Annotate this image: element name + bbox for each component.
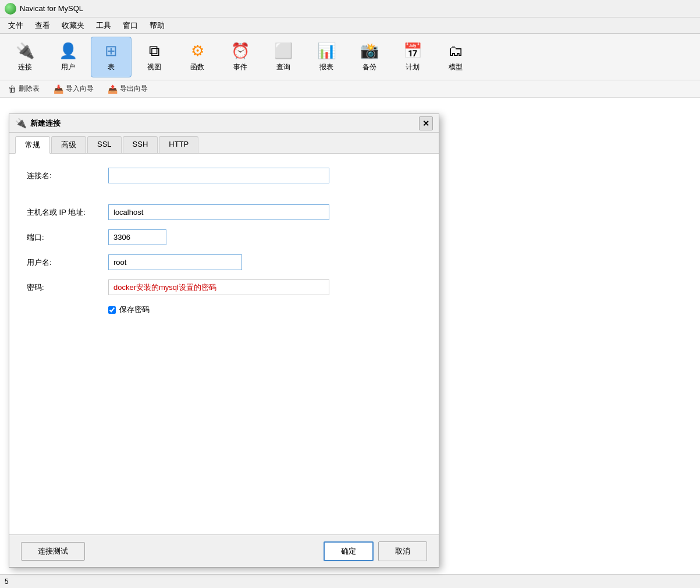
toolbar-user-label: 用户 xyxy=(61,62,75,72)
toolbar-report-label: 报表 xyxy=(319,62,333,72)
toolbar-schedule[interactable]: 计划 xyxy=(392,37,433,77)
toolbar-table-label: 表 xyxy=(108,62,115,72)
port-input[interactable] xyxy=(108,229,166,245)
model-icon xyxy=(448,41,463,60)
tab-http[interactable]: HTTP xyxy=(159,136,198,153)
query-icon xyxy=(274,41,293,60)
host-row: 主机名或 IP 地址: xyxy=(27,204,421,220)
user-icon xyxy=(59,41,77,60)
toolbar-event-label: 事件 xyxy=(233,62,247,72)
status-text: 5 xyxy=(5,578,9,586)
delete-table-label: 删除表 xyxy=(19,84,40,94)
tab-ssh[interactable]: SSH xyxy=(123,136,158,153)
tab-advanced[interactable]: 高级 xyxy=(51,136,86,153)
new-connection-dialog: 新建连接 ✕ 常规 高级 SSL SSH HTTP 连接名: 主机名或 IP 地… xyxy=(9,114,439,568)
username-input[interactable] xyxy=(108,254,242,270)
toolbar-table[interactable]: 表 xyxy=(91,37,132,77)
dialog-title-bar: 新建连接 ✕ xyxy=(9,114,439,133)
toolbar-model-label: 模型 xyxy=(449,62,463,72)
save-password-label[interactable]: 保存密码 xyxy=(119,304,150,315)
schedule-icon xyxy=(403,41,422,60)
host-input[interactable] xyxy=(108,204,329,220)
delete-icon xyxy=(8,84,16,94)
toolbar-connect[interactable]: 连接 xyxy=(5,37,45,77)
password-label: 密码: xyxy=(27,282,108,293)
cancel-button[interactable]: 取消 xyxy=(378,541,427,561)
connection-name-label: 连接名: xyxy=(27,171,108,181)
menu-bar: 文件 查看 收藏夹 工具 窗口 帮助 xyxy=(0,17,700,34)
ok-button[interactable]: 确定 xyxy=(324,541,374,561)
dialog-close-button[interactable]: ✕ xyxy=(419,116,433,130)
toolbar-report[interactable]: 报表 xyxy=(306,37,347,77)
toolbar-model[interactable]: 模型 xyxy=(435,37,476,77)
toolbar-function-label: 函数 xyxy=(190,62,204,72)
table-icon xyxy=(105,41,118,60)
tab-ssl[interactable]: SSL xyxy=(87,136,122,153)
dialog-footer: 连接测试 确定 取消 xyxy=(9,534,439,567)
title-bar: Navicat for MySQL xyxy=(0,0,700,17)
menu-file[interactable]: 文件 xyxy=(2,18,29,33)
password-row: 密码: xyxy=(27,279,421,295)
delete-table-btn[interactable]: 删除表 xyxy=(5,83,43,95)
port-row: 端口: xyxy=(27,229,421,245)
port-label: 端口: xyxy=(27,232,108,243)
password-input[interactable] xyxy=(108,279,329,295)
save-password-row: 保存密码 xyxy=(27,304,421,315)
toolbar-connect-label: 连接 xyxy=(18,62,32,72)
menu-tools[interactable]: 工具 xyxy=(90,18,117,33)
menu-favorites[interactable]: 收藏夹 xyxy=(56,18,90,33)
connection-name-input[interactable] xyxy=(108,168,329,183)
toolbar-view-label: 视图 xyxy=(147,62,161,72)
toolbar-schedule-label: 计划 xyxy=(406,62,420,72)
toolbar-backup-label: 备份 xyxy=(363,62,376,72)
backup-icon xyxy=(360,41,379,60)
username-row: 用户名: xyxy=(27,254,421,270)
host-label: 主机名或 IP 地址: xyxy=(27,207,108,218)
username-label: 用户名: xyxy=(27,257,108,268)
dialog-body: 连接名: 主机名或 IP 地址: 端口: 用户名: 密码: 保存密码 xyxy=(9,154,439,534)
app-icon xyxy=(5,3,16,15)
function-icon xyxy=(191,41,204,60)
menu-view[interactable]: 查看 xyxy=(29,18,56,33)
import-wizard-btn[interactable]: 导入向导 xyxy=(50,83,97,95)
event-icon xyxy=(231,41,250,60)
report-icon xyxy=(317,41,336,60)
toolbar-query-label: 查询 xyxy=(276,62,290,72)
status-bar: 5 xyxy=(0,574,700,588)
secondary-toolbar: 删除表 导入向导 导出向导 xyxy=(0,80,700,98)
save-password-checkbox[interactable] xyxy=(108,306,116,314)
export-icon xyxy=(108,84,118,94)
dialog-tabs: 常规 高级 SSL SSH HTTP xyxy=(9,133,439,154)
dialog-title: 新建连接 xyxy=(30,118,419,129)
tab-general[interactable]: 常规 xyxy=(15,136,50,154)
toolbar-query[interactable]: 查询 xyxy=(263,37,304,77)
toolbar-user[interactable]: 用户 xyxy=(48,37,88,77)
test-connection-button[interactable]: 连接测试 xyxy=(21,542,85,561)
menu-help[interactable]: 帮助 xyxy=(144,18,170,33)
menu-window[interactable]: 窗口 xyxy=(117,18,144,33)
toolbar-view[interactable]: 视图 xyxy=(134,37,175,77)
dialog-plug-icon xyxy=(15,118,27,129)
import-icon xyxy=(54,84,63,94)
toolbar-event[interactable]: 事件 xyxy=(220,37,261,77)
toolbar: 连接 用户 表 视图 函数 事件 查询 报表 备份 计划 模型 xyxy=(0,34,700,80)
connect-icon xyxy=(16,41,34,60)
toolbar-function[interactable]: 函数 xyxy=(177,37,218,77)
footer-right-buttons: 确定 取消 xyxy=(324,541,427,561)
export-wizard-btn[interactable]: 导出向导 xyxy=(104,83,151,95)
export-wizard-label: 导出向导 xyxy=(120,84,148,94)
view-icon xyxy=(149,41,160,60)
connection-name-row: 连接名: xyxy=(27,168,421,183)
app-title: Navicat for MySQL xyxy=(20,4,83,13)
toolbar-backup[interactable]: 备份 xyxy=(349,37,390,77)
import-wizard-label: 导入向导 xyxy=(66,84,94,94)
